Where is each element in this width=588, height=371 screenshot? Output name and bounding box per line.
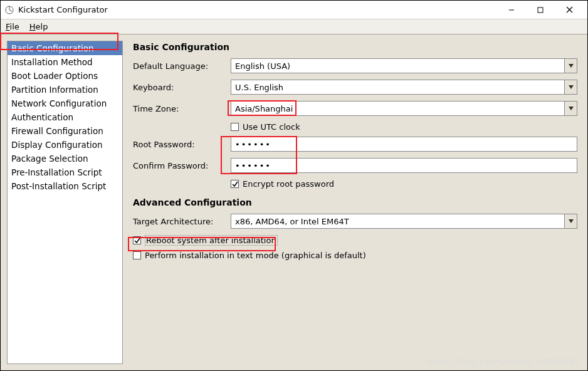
sidebar-item-boot-loader-options[interactable]: Boot Loader Options bbox=[8, 69, 122, 83]
sidebar-item-post-installation-script[interactable]: Post-Installation Script bbox=[8, 179, 122, 193]
titlebar: Kickstart Configurator bbox=[1, 1, 587, 19]
target-arch-label: Target Architecture: bbox=[133, 217, 231, 226]
sidebar-item-authentication[interactable]: Authentication bbox=[8, 110, 122, 124]
textmode-label: Perform installation in text mode (graph… bbox=[145, 251, 366, 260]
chevron-down-icon bbox=[564, 59, 577, 73]
sidebar-item-installation-method[interactable]: Installation Method bbox=[8, 55, 122, 69]
keyboard-value: U.S. English bbox=[231, 83, 564, 92]
time-zone-combo[interactable]: Asia/Shanghai bbox=[231, 101, 577, 116]
confirm-password-field[interactable] bbox=[231, 158, 577, 173]
default-language-combo[interactable]: English (USA) bbox=[231, 58, 577, 73]
chevron-down-icon bbox=[564, 102, 577, 115]
target-arch-value: x86, AMD64, or Intel EM64T bbox=[231, 217, 564, 226]
keyboard-combo[interactable]: U.S. English bbox=[231, 80, 577, 95]
confirm-password-label: Confirm Password: bbox=[133, 161, 231, 170]
default-language-value: English (USA) bbox=[231, 61, 564, 71]
encrypt-password-label: Encrypt root password bbox=[243, 179, 334, 189]
basic-config-title: Basic Configuration bbox=[133, 42, 577, 52]
sidebar-item-basic-configuration[interactable]: Basic Configuration bbox=[8, 41, 122, 55]
root-password-field[interactable] bbox=[231, 137, 577, 152]
sidebar-item-pre-installation-script[interactable]: Pre-Installation Script bbox=[8, 165, 122, 179]
use-utc-checkbox[interactable] bbox=[231, 123, 239, 131]
root-password-label: Root Password: bbox=[133, 140, 231, 149]
close-button[interactable] bbox=[555, 1, 584, 19]
chevron-down-icon bbox=[564, 214, 577, 228]
time-zone-label: Time Zone: bbox=[133, 104, 231, 113]
sidebar-item-network-configuration[interactable]: Network Configuration bbox=[8, 97, 122, 110]
app-icon bbox=[4, 5, 14, 15]
chevron-down-icon bbox=[564, 80, 577, 94]
window-title: Kickstart Configurator bbox=[18, 5, 497, 14]
sidebar-item-display-configuration[interactable]: Display Configuration bbox=[8, 138, 122, 152]
textmode-checkbox[interactable] bbox=[133, 251, 141, 259]
sidebar-item-firewall-configuration[interactable]: Firewall Configuration bbox=[8, 124, 122, 138]
encrypt-password-checkbox[interactable] bbox=[231, 180, 239, 188]
time-zone-value: Asia/Shanghai bbox=[231, 104, 564, 113]
menu-help[interactable]: Help bbox=[27, 21, 51, 33]
app-window: Kickstart Configurator File Help Basic C… bbox=[0, 0, 588, 371]
svg-rect-2 bbox=[538, 8, 543, 13]
sidebar: Basic Configuration Installation Method … bbox=[7, 41, 123, 364]
keyboard-label: Keyboard: bbox=[133, 83, 231, 92]
minimize-button[interactable] bbox=[497, 1, 526, 19]
reboot-checkbox[interactable] bbox=[133, 236, 141, 244]
target-arch-combo[interactable]: x86, AMD64, or Intel EM64T bbox=[231, 214, 577, 229]
maximize-button[interactable] bbox=[526, 1, 555, 19]
sidebar-item-partition-information[interactable]: Partition Information bbox=[8, 83, 122, 97]
sidebar-item-package-selection[interactable]: Package Selection bbox=[8, 152, 122, 165]
use-utc-label: Use UTC clock bbox=[243, 122, 300, 132]
advanced-config-title: Advanced Configuration bbox=[133, 197, 577, 207]
menu-file[interactable]: File bbox=[3, 21, 22, 33]
main-panel: Basic Configuration Default Language: En… bbox=[129, 41, 581, 364]
content-area: Basic Configuration Installation Method … bbox=[1, 34, 587, 370]
reboot-label: Reboot system after installation bbox=[145, 235, 278, 246]
default-language-label: Default Language: bbox=[133, 61, 231, 71]
menubar: File Help bbox=[1, 19, 587, 34]
